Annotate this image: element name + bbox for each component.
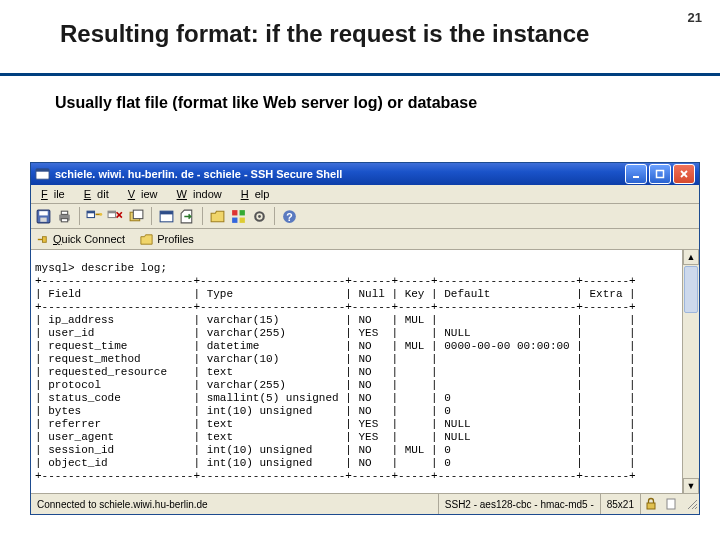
svg-point-14 xyxy=(99,212,102,215)
status-cipher: SSH2 - aes128-cbc - hmac-md5 - xyxy=(439,494,601,514)
svg-text:?: ? xyxy=(286,210,292,222)
menu-window[interactable]: Window xyxy=(171,187,234,201)
svg-line-36 xyxy=(695,507,697,509)
svg-rect-33 xyxy=(667,499,675,509)
scroll-down-button[interactable]: ▼ xyxy=(683,478,699,494)
window-title: schiele. wiwi. hu-berlin. de - schiele -… xyxy=(55,168,625,180)
svg-rect-3 xyxy=(657,171,664,178)
app-icon xyxy=(35,167,50,182)
disconnect-icon[interactable] xyxy=(107,208,124,225)
scroll-thumb[interactable] xyxy=(684,266,698,313)
folder-icon[interactable] xyxy=(209,208,226,225)
menu-edit[interactable]: Edit xyxy=(78,187,121,201)
svg-rect-8 xyxy=(40,217,46,221)
colors-icon[interactable] xyxy=(230,208,247,225)
lock-icon xyxy=(644,497,658,511)
toolbar-separator xyxy=(79,207,80,225)
svg-rect-7 xyxy=(39,211,48,215)
menu-help[interactable]: Help xyxy=(235,187,282,201)
scroll-up-button[interactable]: ▲ xyxy=(683,249,699,265)
svg-rect-13 xyxy=(87,211,94,213)
new-terminal-icon[interactable] xyxy=(158,208,175,225)
svg-rect-20 xyxy=(133,210,143,219)
svg-rect-32 xyxy=(647,503,655,509)
print-icon[interactable] xyxy=(56,208,73,225)
plug-icon xyxy=(35,232,50,247)
svg-rect-1 xyxy=(36,168,49,171)
profiles-button[interactable]: Profiles xyxy=(139,232,194,247)
toolbar-separator xyxy=(202,207,203,225)
maximize-button[interactable] xyxy=(649,164,671,184)
connect-icon[interactable] xyxy=(86,208,103,225)
quick-connect-bar: Quick Connect Profiles xyxy=(31,229,699,250)
toolbar-separator xyxy=(274,207,275,225)
quick-connect-button[interactable]: Quick Connect xyxy=(35,232,125,247)
file-transfer-icon[interactable] xyxy=(179,208,196,225)
status-connection: Connected to schiele.wiwi.hu-berlin.de xyxy=(31,494,439,514)
svg-rect-31 xyxy=(43,236,47,242)
title-divider xyxy=(0,73,720,76)
quick-connect-label: Quick Connect xyxy=(53,233,125,245)
folder-icon xyxy=(139,232,154,247)
ssh-window: schiele. wiwi. hu-berlin. de - schiele -… xyxy=(30,162,700,515)
minimize-button[interactable] xyxy=(625,164,647,184)
status-size: 85x21 xyxy=(601,494,641,514)
svg-rect-16 xyxy=(108,211,115,213)
page-title: Resulting format: if the request is the … xyxy=(60,20,720,48)
vertical-scrollbar[interactable]: ▲ ▼ xyxy=(682,249,699,494)
svg-rect-24 xyxy=(240,210,245,215)
svg-point-28 xyxy=(258,215,261,218)
profiles-icon[interactable] xyxy=(128,208,145,225)
resize-grip[interactable] xyxy=(681,497,699,511)
page-number: 21 xyxy=(688,10,702,25)
terminal-output[interactable]: mysql> describe log; +------------------… xyxy=(31,260,682,483)
settings-icon[interactable] xyxy=(251,208,268,225)
toolbar-separator xyxy=(151,207,152,225)
svg-rect-26 xyxy=(240,217,245,222)
profiles-label: Profiles xyxy=(157,233,194,245)
svg-rect-23 xyxy=(232,210,237,215)
menu-bar: File Edit View Window Help xyxy=(31,185,699,204)
subtitle: Usually flat file (format like Web serve… xyxy=(55,94,720,112)
toolbar: ? xyxy=(31,204,699,229)
window-titlebar[interactable]: schiele. wiwi. hu-berlin. de - schiele -… xyxy=(31,163,699,185)
menu-view[interactable]: View xyxy=(122,187,170,201)
help-icon[interactable]: ? xyxy=(281,208,298,225)
svg-rect-22 xyxy=(160,211,173,214)
close-button[interactable] xyxy=(673,164,695,184)
svg-rect-25 xyxy=(232,217,237,222)
status-bar: Connected to schiele.wiwi.hu-berlin.de S… xyxy=(31,493,699,514)
save-icon[interactable] xyxy=(35,208,52,225)
menu-file[interactable]: File xyxy=(35,187,77,201)
svg-rect-11 xyxy=(61,218,67,221)
svg-rect-10 xyxy=(61,211,67,214)
status-doc-icon xyxy=(664,497,678,511)
